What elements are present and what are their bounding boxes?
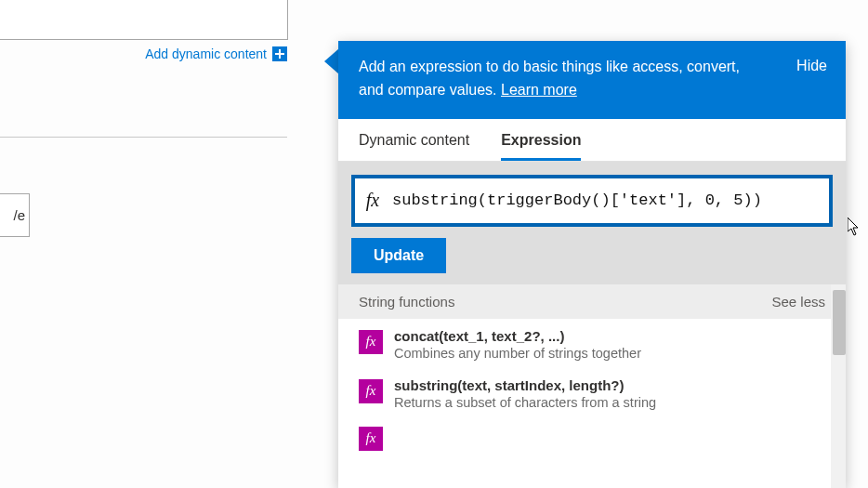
fx-chip-icon: fx [359, 379, 383, 403]
add-dynamic-content-link[interactable]: Add dynamic content [145, 46, 267, 61]
fx-chip-icon: fx [359, 427, 383, 451]
scrollbar-track[interactable] [831, 284, 846, 488]
see-less-link[interactable]: See less [771, 294, 825, 310]
expression-flyout-panel: Add an expression to do basic things lik… [338, 41, 846, 488]
left-input-card-fragment [0, 0, 288, 40]
tab-bar: Dynamic content Expression [338, 119, 846, 162]
add-dynamic-content-row: Add dynamic content [0, 41, 290, 67]
expression-input[interactable] [390, 191, 829, 210]
function-item-text: concat(text_1, text_2?, ...) Combines an… [394, 328, 641, 361]
function-item-substring[interactable]: fx substring(text, startIndex, length?) … [338, 368, 846, 417]
callout-beak-icon [324, 48, 339, 74]
save-button-fragment[interactable]: /e [0, 193, 30, 237]
scrollbar-thumb[interactable] [833, 290, 846, 355]
learn-more-link[interactable]: Learn more [501, 82, 577, 98]
function-signature: substring(text, startIndex, length?) [394, 377, 656, 393]
mouse-cursor-icon [848, 218, 861, 236]
flyout-description: Add an expression to do basic things lik… [359, 56, 749, 102]
function-item-text: substring(text, startIndex, length?) Ret… [394, 377, 656, 410]
function-group-title: String functions [359, 294, 454, 310]
update-button[interactable]: Update [351, 238, 446, 273]
tab-expression[interactable]: Expression [501, 132, 581, 161]
tab-dynamic-content[interactable]: Dynamic content [359, 132, 469, 161]
expression-input-wrap: fx [351, 175, 833, 227]
function-item-concat[interactable]: fx concat(text_1, text_2?, ...) Combines… [338, 319, 846, 368]
function-description: Combines any number of strings together [394, 346, 641, 361]
expression-editor-area: fx Update [338, 162, 846, 284]
function-item-partial[interactable]: fx [338, 417, 846, 451]
function-signature: concat(text_1, text_2?, ...) [394, 328, 641, 344]
divider [0, 137, 287, 138]
fx-chip-icon: fx [359, 330, 383, 354]
plus-icon[interactable] [272, 46, 287, 61]
hide-button[interactable]: Hide [796, 56, 827, 74]
flyout-header: Add an expression to do basic things lik… [338, 41, 846, 119]
fx-icon: fx [355, 190, 390, 211]
function-group-header: String functions See less [338, 284, 846, 319]
functions-list[interactable]: String functions See less fx concat(text… [338, 284, 846, 488]
function-description: Returns a subset of characters from a st… [394, 395, 656, 410]
